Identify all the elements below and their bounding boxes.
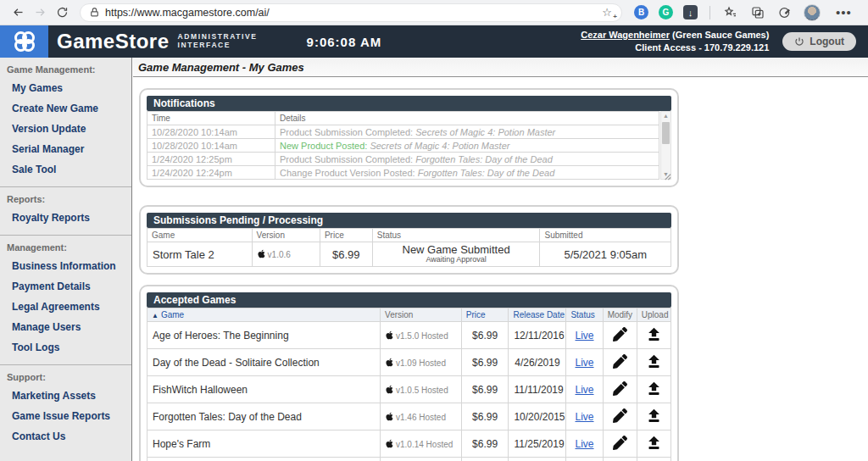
status-live-link[interactable]: Live [576, 438, 594, 450]
sidebar-item-my-games[interactable]: My Games [0, 78, 131, 98]
admin-subtitle: ADMINISTRATIVEINTERFACE [178, 33, 258, 50]
user-link[interactable]: Cezar Wagenheimer [581, 30, 670, 40]
favorites-hub-icon [724, 6, 737, 19]
modify-cell [603, 458, 637, 461]
col-header-upload: Upload [637, 308, 670, 322]
sidebar-section: Management:Business InformationPayment D… [0, 235, 131, 364]
submission-price: $6.99 [320, 242, 372, 267]
release-date: 10/20/2015 [509, 403, 566, 430]
sidebar-item-game-issue-reports[interactable]: Game Issue Reports [0, 406, 131, 426]
col-header-release-date[interactable]: Release Date [509, 308, 566, 322]
col-header-time: Time [147, 112, 275, 125]
status-live-link[interactable]: Live [576, 357, 594, 369]
more-menu-button[interactable]: ••• [831, 5, 857, 19]
notifications-panel: Notifications TimeDetails10/28/2020 10:1… [139, 88, 679, 187]
notifications-table: TimeDetails10/28/2020 10:14amProduct Sub… [147, 111, 659, 180]
notification-game-title: Forgotten Tales: Day of the Dead [418, 168, 555, 178]
sidebar-item-marketing-assets[interactable]: Marketing Assets [0, 386, 131, 406]
apple-icon [386, 412, 393, 421]
upload-cell [637, 322, 670, 349]
resize-grip-icon[interactable] [662, 171, 671, 181]
upload-button[interactable] [647, 408, 661, 425]
sidebar-item-payment-details[interactable]: Payment Details [0, 276, 131, 297]
brand-name: GameStore [57, 30, 170, 53]
extensions-area: B G ↓ ••• [634, 4, 857, 21]
col-header-price: Price [320, 229, 372, 242]
submission-game: Storm Tale 2 [147, 242, 253, 267]
modify-button[interactable] [613, 381, 627, 398]
brand-logo[interactable] [0, 25, 48, 58]
status-live-link[interactable]: Live [576, 384, 594, 396]
star-plus-icon: + [613, 13, 617, 20]
extension-download-icon[interactable]: ↓ [683, 5, 698, 19]
col-header-details: Details [275, 112, 659, 125]
sidebar-item-serial-manager[interactable]: Serial Manager [0, 139, 131, 159]
extension-b-icon[interactable]: B [634, 5, 648, 19]
sidebar-item-create-new-game[interactable]: Create New Game [0, 98, 131, 119]
col-header-status[interactable]: Status [566, 308, 603, 322]
add-favorite-button[interactable]: ☆+ [599, 6, 615, 19]
sidebar-item-contact-us[interactable]: Contact Us [0, 426, 131, 447]
notification-game-title: Forgotten Tales: Day of the Dead [415, 154, 553, 164]
modify-cell [603, 376, 637, 403]
notification-details: New Product Posted: Secrets of Magic 4: … [275, 139, 659, 153]
col-header-submitted: Submitted [540, 229, 671, 242]
col-header-version: Version [252, 229, 320, 242]
status-cell: Live [566, 458, 603, 461]
col-header-version: Version [381, 308, 462, 322]
sidebar-item-version-update[interactable]: Version Update [0, 119, 131, 139]
status-live-link[interactable]: Live [576, 330, 594, 342]
game-row: Hope's Farmv1.0.14 Hosted$6.9911/25/2019… [147, 430, 671, 458]
sidebar-item-tool-logs[interactable]: Tool Logs [0, 337, 131, 358]
notification-details: Product Submission Completed: Forgotten … [275, 153, 659, 166]
game-version: v1.46 Hosted [381, 403, 462, 430]
modify-button[interactable] [613, 436, 627, 453]
status-line-1: New Game Submitted [378, 244, 535, 256]
extension-g-icon[interactable]: G [659, 5, 673, 19]
web-capture-button[interactable] [776, 4, 793, 21]
apple-icon [386, 385, 393, 394]
back-button[interactable] [7, 3, 29, 23]
status-line-2: Awaiting Approval [378, 256, 535, 264]
modify-button[interactable] [613, 327, 627, 344]
upload-button[interactable] [647, 327, 661, 344]
sidebar-item-manage-users[interactable]: Manage Users [0, 317, 131, 337]
submission-submitted: 5/5/2021 9:05am [540, 242, 671, 267]
game-row: Santa's Holidayv1.0.9 Hosted$6.9911/29/2… [147, 458, 671, 461]
modify-button[interactable] [613, 354, 627, 371]
upload-button[interactable] [647, 436, 661, 453]
modify-cell [603, 430, 637, 458]
game-version: v1.09 Hosted [381, 349, 462, 376]
scroll-up-icon[interactable]: ▲ [663, 112, 669, 120]
game-price: $6.99 [461, 403, 509, 430]
modify-button[interactable] [613, 408, 627, 425]
logout-button[interactable]: Logout [782, 32, 856, 51]
upload-button[interactable] [647, 381, 661, 398]
scroll-thumb[interactable] [662, 122, 670, 144]
back-icon [12, 6, 25, 19]
favorites-hub-button[interactable] [722, 4, 739, 21]
notifications-scrollbar[interactable]: ▲ ▼ [660, 111, 671, 180]
status-live-link[interactable]: Live [576, 411, 594, 423]
col-header-game[interactable]: ▲Game [147, 308, 381, 322]
upload-icon [647, 381, 661, 396]
url-text[interactable]: https://www.macgamestore.com/ai/ [105, 7, 599, 19]
col-header-price[interactable]: Price [461, 308, 509, 322]
collections-button[interactable] [749, 4, 766, 21]
app-header: GameStore ADMINISTRATIVEINTERFACE 9:06:0… [0, 25, 868, 58]
refresh-button[interactable] [51, 3, 73, 23]
sidebar-item-legal-agreements[interactable]: Legal Agreements [0, 297, 131, 317]
pencil-icon [613, 354, 627, 369]
sidebar-item-sale-tool[interactable]: Sale Tool [0, 159, 131, 180]
forward-button[interactable] [29, 3, 51, 23]
sidebar-section-title: Game Management: [0, 62, 131, 78]
sidebar-item-royalty-reports[interactable]: Royalty Reports [0, 208, 131, 228]
profile-avatar[interactable] [804, 4, 821, 21]
web-capture-icon [778, 6, 792, 19]
sidebar-item-business-information[interactable]: Business Information [0, 256, 131, 276]
client-access: Client Access - 170.79.229.121 [581, 42, 769, 54]
main-content: Game Management - My Games Notifications… [133, 58, 868, 461]
upload-button[interactable] [647, 354, 661, 371]
address-bar[interactable]: https://www.macgamestore.com/ai/ ☆+ [80, 3, 622, 22]
sort-ascending-icon: ▲ [152, 312, 159, 319]
